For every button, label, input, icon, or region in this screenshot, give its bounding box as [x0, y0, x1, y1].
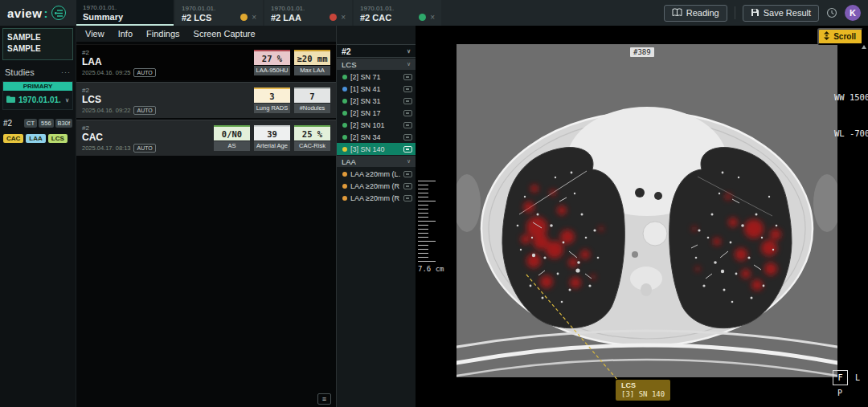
tab-strip: 1970.01.01.Summary1970.01.01.#2 LCS×1970… [76, 0, 443, 26]
finding-dot-icon [342, 184, 347, 189]
card-metrics: 27 %LAA-950HU≥20 mmMax LAA [254, 50, 330, 75]
ruler-tick [418, 241, 436, 242]
series-row[interactable]: #2 CT556B30f [3, 119, 72, 128]
card-date-row: 2025.04.16. 09:25AUTO [82, 68, 156, 77]
finding-item-laa-20mm-r[interactable]: LAA ≥20mm (R… [337, 192, 416, 204]
close-icon[interactable]: × [341, 14, 346, 22]
modality-badges: CACLAALCS [3, 134, 72, 143]
tab-2-lcs[interactable]: 1970.01.01.#2 LCS× [175, 0, 263, 26]
card-date: 2025.04.17. 08:13 [82, 144, 130, 152]
finding-item-3-sn-140[interactable]: [3] SN 140 [337, 143, 416, 155]
scroll-arrows-icon [823, 31, 830, 42]
ruler-tick [418, 205, 428, 206]
menu-item-info[interactable]: Info [118, 29, 133, 39]
metric-value: 7 [294, 88, 330, 103]
slice-location-icon[interactable] [403, 183, 412, 189]
finding-item-2-sn-34[interactable]: [2] SN 34 [337, 131, 416, 143]
slice-location-icon[interactable] [403, 86, 412, 92]
metric-label: CAC-Risk [294, 141, 330, 151]
close-icon[interactable]: × [252, 14, 256, 22]
menu-item-screen-capture[interactable]: Screen Capture [194, 29, 256, 39]
close-icon[interactable]: × [430, 14, 435, 22]
window-level-readout: WW 1500 WL -700 [834, 67, 868, 164]
card-series-id: #2 [82, 87, 156, 94]
save-result-button[interactable]: Save Result [743, 5, 819, 22]
metric-as: 0/N0AS [214, 125, 250, 151]
finding-item-2-sn-17[interactable]: [2] SN 17 [337, 107, 416, 119]
slice-location-icon[interactable] [403, 110, 412, 116]
ruler-tick [418, 253, 428, 254]
chevron-down-icon: ∨ [65, 97, 69, 104]
menu-item-view[interactable]: View [85, 29, 104, 39]
slice-location-icon[interactable] [403, 146, 412, 153]
more-options-icon[interactable]: ··· [61, 68, 71, 76]
finding-dot-icon [342, 111, 347, 116]
group-select-laa[interactable]: LAA∨ [337, 156, 416, 167]
modality-badge-lcs[interactable]: LCS [48, 134, 68, 143]
slice-location-icon[interactable] [403, 74, 412, 80]
history-clock-icon[interactable] [826, 7, 837, 18]
finding-item-1-sn-41[interactable]: [1] SN 41 [337, 83, 416, 95]
slice-number-label: #389 [630, 47, 654, 57]
ruler-tick [418, 201, 436, 201]
finding-label: [2] SN 71 [350, 73, 400, 81]
ruler-tick [418, 189, 428, 189]
modality-badge-laa[interactable]: LAA [26, 134, 45, 143]
finding-dot-icon [342, 87, 347, 92]
findings-series-select[interactable]: #2 ∨ [337, 44, 416, 58]
metric-label: LAA-950HU [254, 66, 290, 75]
slice-location-icon[interactable] [403, 171, 412, 177]
summary-card-laa[interactable]: #2LAA2025.04.16. 09:25AUTO27 %LAA-950HU≥… [76, 44, 336, 80]
tab-title: #2 CAC [360, 13, 391, 22]
ct-viewport: Scroll [416, 26, 868, 407]
card-series-id: #2 [82, 124, 156, 132]
metric-lung-rads: 3Lung RADS [254, 88, 290, 113]
finding-item-laa-20mm-r[interactable]: LAA ≥20mm (R… [337, 180, 416, 192]
tab-study-date: 1970.01.01. [83, 4, 167, 12]
slice-location-icon[interactable] [403, 122, 412, 128]
slice-location-icon[interactable] [403, 195, 412, 201]
menu-item-findings[interactable]: Findings [146, 29, 180, 39]
finding-item-2-sn-101[interactable]: [2] SN 101 [337, 119, 416, 131]
metric-arterial-age: 39Arterial Age [254, 125, 290, 151]
metric-value: 39 [254, 125, 290, 140]
patient-name-box[interactable]: SAMPLE SAMPLE [2, 28, 73, 60]
tab-study-date: 1970.01.01. [360, 5, 435, 13]
finding-dot-icon [342, 75, 347, 79]
list-view-toggle-icon[interactable]: ≡ [317, 393, 331, 405]
tab-title: Summary [83, 12, 123, 22]
summary-card-cac[interactable]: #2CAC2025.04.17. 08:13AUTO0/N0AS39Arteri… [76, 120, 336, 156]
finding-annotation-label[interactable]: LCS [3] SN 140 [616, 380, 670, 401]
scroll-mode-button[interactable]: Scroll [817, 28, 863, 45]
ct-axial-image[interactable] [457, 44, 837, 377]
tab-2-laa[interactable]: 1970.01.01.#2 LAA× [264, 0, 352, 26]
group-select-lcs[interactable]: LCS∨ [337, 59, 416, 70]
finding-item-2-sn-71[interactable]: [2] SN 71 [337, 71, 416, 83]
slice-location-icon[interactable] [403, 98, 412, 104]
ruler-scale-label: 7.6 cm [418, 265, 444, 273]
summary-card-lcs[interactable]: #2LCS2025.04.16. 09:22AUTO3Lung RADS7#No… [76, 82, 336, 118]
metric-value: 27 % [254, 50, 290, 65]
scroll-button-label: Scroll [833, 32, 856, 41]
tab-summary[interactable]: 1970.01.01.Summary [76, 0, 174, 26]
study-date-row[interactable]: 1970.01.01. ∨ [3, 91, 72, 109]
slice-location-icon[interactable] [403, 134, 412, 140]
tab-2-cac[interactable]: 1970.01.01.#2 CAC× [354, 0, 441, 26]
workflow-logo-icon [51, 6, 66, 20]
viewport-scrollbar-arrow[interactable] [862, 45, 866, 49]
user-avatar[interactable]: K [845, 5, 861, 21]
finding-label: [2] SN 31 [350, 97, 400, 105]
ruler-tick [418, 181, 436, 181]
orientation-f-marker[interactable]: F [833, 370, 848, 385]
tab-study-date: 1970.01.01. [271, 5, 346, 13]
finding-item-laa-20mm-l[interactable]: LAA ≥20mm (L… [337, 168, 416, 180]
findings-series-label: #2 [342, 47, 351, 56]
finding-item-2-sn-31[interactable]: [2] SN 31 [337, 95, 416, 107]
tab-title-row: #2 CAC× [360, 13, 435, 22]
series-badges: CT556B30f [24, 119, 72, 128]
orientation-l-marker: L [855, 373, 860, 382]
modality-badge-cac[interactable]: CAC [3, 134, 23, 143]
save-floppy-icon [751, 8, 760, 18]
scale-ruler[interactable]: 7.6 cm [418, 181, 444, 273]
reading-button[interactable]: Reading [664, 5, 727, 22]
